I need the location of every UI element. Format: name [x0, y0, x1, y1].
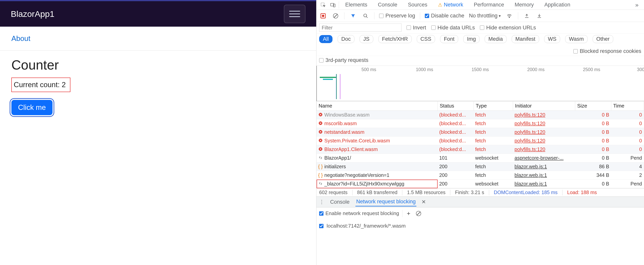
page-content: Counter Current count: 2 Click me: [0, 50, 316, 122]
about-link[interactable]: About: [11, 34, 30, 43]
pill-wasm[interactable]: Wasm: [565, 35, 588, 43]
blocking-pattern-row[interactable]: localhost:7142/_framework/*.wasm: [319, 223, 641, 229]
cell-status: 200: [438, 180, 474, 188]
drawer-tab-network-blocking[interactable]: Network request blocking: [356, 197, 416, 207]
inspect-icon[interactable]: [319, 1, 327, 9]
table-row[interactable]: WindowsBase.wasm(blocked:d...fetchpolyfi…: [316, 111, 644, 119]
click-me-button[interactable]: Click me: [11, 100, 52, 115]
col-status[interactable]: Status: [438, 101, 474, 111]
network-conditions-icon[interactable]: [506, 12, 513, 20]
separator: [339, 1, 339, 8]
pill-css[interactable]: CSS: [417, 35, 435, 43]
cell-initiator[interactable]: polyfills.ts:120: [513, 137, 575, 145]
cell-time: 0: [611, 137, 644, 145]
table-row[interactable]: mscorlib.wasm(blocked:d...fetchpolyfills…: [316, 119, 644, 128]
drawer-tab-console[interactable]: Console: [329, 198, 350, 206]
tab-performance[interactable]: Performance: [470, 0, 508, 9]
enable-blocking-checkbox[interactable]: Enable network request blocking: [319, 210, 399, 217]
import-har-icon[interactable]: [523, 12, 531, 20]
error-icon: [318, 129, 323, 135]
cell-initiator[interactable]: aspnetcore-browser-...: [513, 154, 575, 162]
clear-button[interactable]: [332, 12, 340, 20]
pill-all[interactable]: All: [319, 35, 332, 43]
table-row[interactable]: BlazorApp1.Client.wasm(blocked:d...fetch…: [316, 145, 644, 154]
col-type[interactable]: Type: [474, 101, 513, 111]
col-time[interactable]: Time: [611, 101, 644, 111]
pill-ws[interactable]: WS: [544, 35, 560, 43]
cell-initiator[interactable]: polyfills.ts:120: [513, 119, 575, 128]
hide-data-urls-checkbox[interactable]: Hide data URLs: [431, 25, 475, 31]
cell-size: 0 B: [575, 145, 611, 154]
pill-font[interactable]: Font: [440, 35, 458, 43]
cell-status: (blocked:d...: [438, 145, 474, 154]
filter-bar: Invert Hide data URLs Hide extension URL…: [316, 22, 644, 33]
more-tabs-icon[interactable]: »: [632, 1, 641, 8]
throttling-dropdown[interactable]: No throttling ▾: [469, 13, 501, 19]
export-har-icon[interactable]: [536, 12, 543, 20]
cell-size: 0 B: [575, 137, 611, 145]
cell-initiator[interactable]: polyfills.ts:120: [513, 128, 575, 137]
cell-status: (blocked:d...: [438, 119, 474, 128]
hide-extension-urls-checkbox[interactable]: Hide extension URLs: [480, 25, 536, 31]
tab-sources[interactable]: Sources: [404, 0, 432, 9]
timeline-body: [316, 73, 644, 100]
network-timeline[interactable]: 500 ms 1000 ms 1500 ms 2000 ms 2500 ms 3…: [316, 66, 644, 101]
table-row[interactable]: { }negotiate?negotiateVersion=1200fetchb…: [316, 171, 644, 180]
device-toggle-icon[interactable]: [329, 1, 337, 9]
pattern-checkbox[interactable]: [319, 224, 324, 228]
clear-patterns-button[interactable]: [415, 210, 422, 217]
timeline-bar: [320, 77, 336, 78]
tab-elements[interactable]: Elements: [341, 0, 372, 9]
table-row[interactable]: { }initializers200fetchblazor.web.js:186…: [316, 162, 644, 171]
cell-initiator[interactable]: blazor.web.js:1: [513, 171, 575, 180]
app-brand: BlazorApp1: [11, 9, 54, 19]
col-name[interactable]: Name: [316, 101, 438, 111]
cell-initiator[interactable]: blazor.web.js:1: [513, 180, 575, 188]
filter-toggle-icon[interactable]: [349, 12, 357, 20]
pill-img[interactable]: Img: [463, 35, 480, 43]
pill-doc[interactable]: Doc: [338, 35, 354, 43]
tab-application[interactable]: Application: [540, 0, 574, 9]
search-icon[interactable]: [362, 12, 370, 20]
pill-manifest[interactable]: Manifest: [512, 35, 539, 43]
cell-time: 4: [611, 162, 644, 171]
third-party-checkbox[interactable]: 3rd-party requests: [319, 57, 368, 63]
cell-type: fetch: [474, 162, 513, 171]
error-icon: [318, 147, 323, 152]
cell-name: { }initializers: [316, 162, 438, 171]
preserve-log-checkbox[interactable]: Preserve log: [379, 13, 415, 19]
preserve-log-label: Preserve log: [386, 13, 415, 19]
pill-js[interactable]: JS: [360, 35, 373, 43]
cell-name: mscorlib.wasm: [316, 119, 438, 128]
record-button[interactable]: [319, 12, 327, 20]
invert-checkbox[interactable]: Invert: [406, 25, 426, 31]
blocked-cookies-label: Blocked response cookies: [580, 48, 641, 54]
count-highlight-box: Current count: 2: [11, 78, 70, 92]
tab-memory[interactable]: Memory: [510, 0, 538, 9]
cell-name: netstandard.wasm: [316, 128, 438, 137]
table-row[interactable]: _blazor?id=FiLL5iZjIHx90xmcywlggg200webs…: [316, 180, 644, 188]
devtools-panel: Elements Console Sources Network Perform…: [316, 0, 644, 265]
pill-other[interactable]: Other: [593, 35, 614, 43]
pill-fetch-xhr[interactable]: Fetch/XHR: [378, 35, 412, 43]
svg-point-3: [364, 14, 366, 17]
disable-cache-checkbox[interactable]: Disable cache: [425, 13, 464, 19]
blocked-cookies-checkbox[interactable]: Blocked response cookies: [574, 48, 641, 54]
col-initiator[interactable]: Initiator: [513, 101, 575, 111]
table-row[interactable]: BlazorApp1/101websocketaspnetcore-browse…: [316, 154, 644, 162]
table-row[interactable]: netstandard.wasm(blocked:d...fetchpolyfi…: [316, 128, 644, 137]
drawer-menu-icon[interactable]: ⋮: [319, 199, 324, 205]
col-size[interactable]: Size: [575, 101, 611, 111]
close-drawer-tab-icon[interactable]: ✕: [422, 199, 426, 205]
table-row[interactable]: System.Private.CoreLib.wasm(blocked:d...…: [316, 137, 644, 145]
tab-network[interactable]: Network: [434, 0, 468, 9]
tab-console[interactable]: Console: [374, 0, 402, 9]
hamburger-button[interactable]: [284, 5, 306, 23]
cell-initiator[interactable]: blazor.web.js:1: [513, 162, 575, 171]
cell-name: System.Private.CoreLib.wasm: [316, 137, 438, 145]
pill-media[interactable]: Media: [484, 35, 506, 43]
add-pattern-icon[interactable]: ＋: [406, 209, 412, 217]
cell-initiator[interactable]: polyfills.ts:120: [513, 145, 575, 154]
cell-initiator[interactable]: polyfills.ts:120: [513, 111, 575, 119]
filter-input[interactable]: [319, 23, 402, 32]
